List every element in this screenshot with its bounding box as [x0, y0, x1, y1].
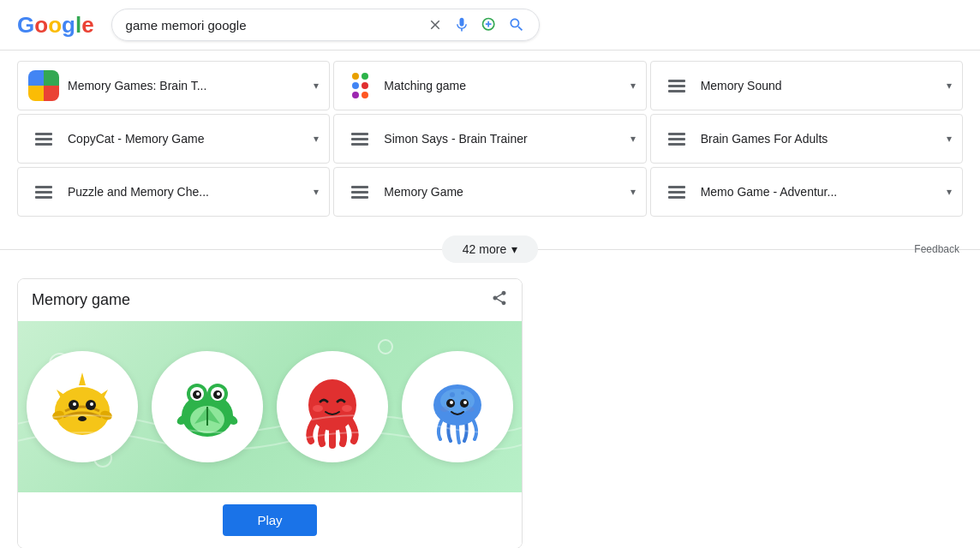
chevron-icon-0: ▾	[314, 80, 319, 92]
chevron-icon-3: ▾	[314, 133, 319, 145]
app-row-memo-game[interactable]: Memo Game - Adventur... ▾	[650, 167, 963, 217]
app-row-copycat[interactable]: CopyCat - Memory Game ▾	[17, 114, 330, 164]
share-button[interactable]	[491, 289, 508, 311]
memory-game-card: Memory game	[17, 278, 523, 548]
app-row-matching-game[interactable]: Matching game ▾	[333, 61, 646, 110]
chevron-icon-6: ▾	[314, 186, 319, 198]
svg-point-35	[342, 405, 352, 412]
app-row-puzzle-memory[interactable]: Puzzle and Memory Che... ▾	[17, 167, 330, 217]
memory-sound-icon	[661, 70, 692, 101]
svg-point-33	[308, 379, 356, 431]
svg-point-15	[73, 402, 76, 406]
voice-search-button[interactable]	[453, 16, 470, 33]
memo-game-icon	[661, 176, 692, 207]
feedback-link[interactable]: Feedback	[914, 243, 959, 255]
game-visual	[18, 321, 522, 492]
search-icons	[427, 16, 525, 33]
chevron-icon-4: ▾	[630, 133, 636, 145]
app-row-memory-games-brain[interactable]: Memory Games: Brain T... ▾	[17, 61, 330, 110]
puzzle-memory-icon	[28, 176, 59, 207]
svg-point-16	[90, 402, 93, 406]
chevron-icon-1: ▾	[630, 80, 636, 92]
app-name-brain-games: Brain Games For Adults	[701, 132, 938, 146]
svg-point-17	[78, 416, 87, 421]
app-name-memory-sound: Memory Sound	[701, 79, 938, 92]
app-row-simon-says[interactable]: Simon Says - Brain Trainer ▾	[333, 114, 646, 164]
app-name-matching: Matching game	[384, 79, 621, 92]
app-name-puzzle-memory: Puzzle and Memory Che...	[68, 185, 305, 199]
search-bar: Google game memori google	[0, 0, 980, 51]
svg-point-2	[379, 340, 392, 354]
svg-point-27	[196, 392, 200, 396]
creature-frog[interactable]	[152, 351, 263, 462]
clear-button[interactable]	[427, 17, 443, 33]
svg-point-34	[313, 405, 323, 412]
creature-octopus[interactable]	[277, 351, 388, 462]
memory-game-icon	[344, 176, 375, 207]
lens-button[interactable]	[481, 16, 498, 33]
chevron-icon-2: ▾	[947, 80, 952, 92]
svg-point-40	[450, 401, 453, 404]
svg-point-43	[466, 407, 475, 412]
more-section: 42 more ▾ Feedback	[0, 227, 980, 271]
simon-says-icon	[344, 123, 375, 154]
memory-game-header: Memory game	[18, 279, 522, 321]
search-input-container[interactable]: game memori google	[111, 9, 540, 41]
search-button[interactable]	[508, 16, 525, 33]
app-name-memory-game: Memory Game	[384, 185, 621, 199]
svg-point-41	[463, 401, 467, 404]
more-label: 42 more	[463, 242, 506, 256]
matching-game-icon	[344, 70, 375, 101]
svg-point-44	[450, 392, 455, 397]
creature-jellyfish[interactable]	[402, 351, 513, 462]
creature-pufferfish[interactable]	[27, 351, 138, 462]
app-name-memory-games: Memory Games: Brain T...	[68, 79, 305, 92]
play-button-area: Play	[18, 492, 522, 548]
chevron-icon-8: ▾	[947, 186, 952, 198]
svg-point-42	[440, 407, 449, 412]
app-row-memory-sound[interactable]: Memory Sound ▾	[650, 61, 963, 110]
svg-marker-8	[79, 372, 86, 385]
app-row-brain-games[interactable]: Brain Games For Adults ▾	[650, 114, 963, 164]
memory-games-icon	[28, 70, 59, 101]
brain-games-icon	[661, 123, 692, 154]
google-logo: Google	[17, 12, 94, 39]
app-row-memory-game[interactable]: Memory Game ▾	[333, 167, 646, 217]
memory-game-title: Memory game	[32, 291, 130, 309]
more-chevron: ▾	[511, 242, 517, 256]
play-button[interactable]: Play	[223, 504, 316, 536]
app-name-copycat: CopyCat - Memory Game	[68, 132, 305, 146]
svg-point-45	[461, 391, 464, 395]
svg-point-28	[217, 392, 220, 396]
more-button[interactable]: 42 more ▾	[442, 235, 538, 263]
apps-grid: Memory Games: Brain T... ▾ Matching game…	[0, 51, 980, 227]
chevron-icon-7: ▾	[630, 186, 636, 198]
app-name-memo-game: Memo Game - Adventur...	[701, 185, 938, 199]
copycat-icon	[28, 123, 59, 154]
chevron-icon-5: ▾	[947, 133, 952, 145]
search-input[interactable]: game memori google	[126, 18, 427, 33]
app-name-simon-says: Simon Says - Brain Trainer	[384, 132, 621, 146]
